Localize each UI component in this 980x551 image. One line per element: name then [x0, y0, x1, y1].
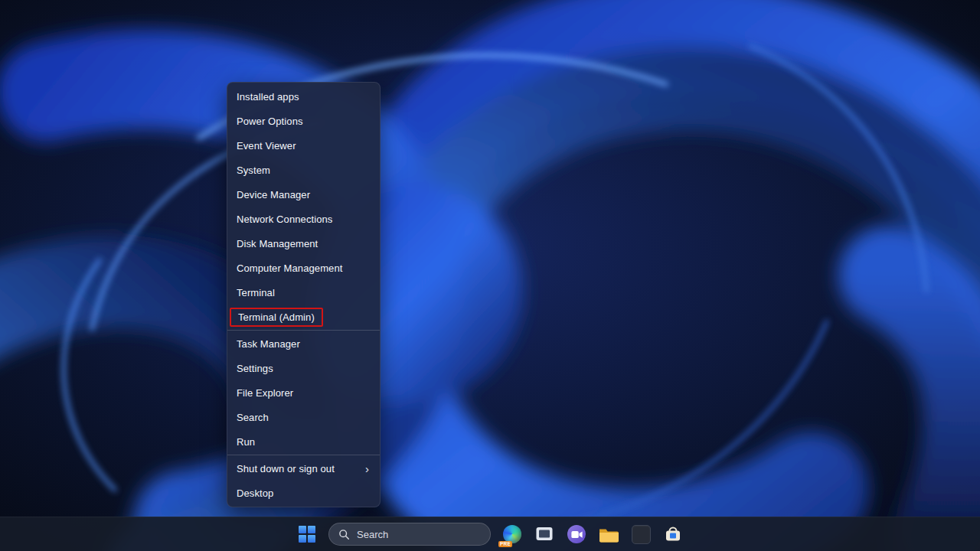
- menu-item-device-manager[interactable]: Device Manager: [227, 182, 380, 207]
- chat-button[interactable]: [566, 523, 587, 545]
- menu-separator: [227, 330, 380, 331]
- menu-item-terminal[interactable]: Terminal: [227, 280, 380, 305]
- menu-item-shut-down-or-sign-out[interactable]: Shut down or sign out ›: [227, 456, 380, 481]
- menu-item-power-options[interactable]: Power Options: [227, 109, 380, 133]
- photos-icon: [535, 526, 554, 543]
- search-icon: [338, 529, 350, 540]
- windows-logo-icon: [299, 526, 315, 543]
- menu-item-settings[interactable]: Settings: [227, 356, 380, 380]
- quick-link-menu: Installed apps Power Options Event Viewe…: [227, 82, 381, 507]
- menu-item-label: Disk Management: [237, 238, 318, 249]
- menu-item-installed-apps[interactable]: Installed apps: [227, 84, 380, 109]
- menu-item-label: Search: [237, 412, 269, 423]
- menu-item-label: File Explorer: [237, 387, 293, 399]
- menu-item-label: Task Manager: [237, 338, 300, 350]
- pinned-app-icon: [632, 525, 651, 544]
- menu-item-label: Power Options: [237, 116, 303, 127]
- camera-glyph: [571, 530, 583, 539]
- menu-item-label: Event Viewer: [237, 140, 296, 152]
- menu-item-label: Device Manager: [237, 189, 310, 201]
- search-placeholder: Search: [357, 529, 388, 540]
- menu-item-event-viewer[interactable]: Event Viewer: [227, 133, 380, 158]
- taskbar: Search PRE: [0, 517, 980, 551]
- menu-item-search[interactable]: Search: [227, 405, 380, 429]
- chat-icon: [567, 525, 586, 543]
- edge-insider-button[interactable]: PRE: [501, 523, 523, 545]
- file-explorer-button[interactable]: [598, 523, 619, 545]
- menu-item-label: Installed apps: [237, 91, 299, 103]
- edge-pre-badge: PRE: [498, 541, 512, 548]
- menu-item-system[interactable]: System: [227, 158, 380, 182]
- wallpaper: [0, 0, 980, 551]
- file-explorer-icon: [599, 527, 619, 543]
- menu-item-terminal-admin[interactable]: Terminal (Admin): [227, 305, 380, 329]
- menu-item-label: Computer Management: [237, 262, 342, 274]
- pinned-app-button[interactable]: [630, 523, 652, 545]
- bloom-wallpaper-art: [0, 0, 980, 551]
- menu-item-task-manager[interactable]: Task Manager: [227, 331, 380, 356]
- menu-item-label: Terminal: [237, 287, 275, 298]
- menu-item-run[interactable]: Run: [227, 429, 380, 454]
- menu-item-file-explorer[interactable]: File Explorer: [227, 380, 380, 405]
- menu-item-label: Settings: [237, 363, 273, 374]
- menu-item-label: Shut down or sign out: [237, 463, 335, 474]
- menu-item-label: Desktop: [237, 487, 273, 499]
- start-button[interactable]: [296, 523, 318, 545]
- photos-button[interactable]: [534, 523, 555, 545]
- taskbar-search[interactable]: Search: [328, 523, 491, 546]
- chevron-right-icon: ›: [365, 463, 369, 474]
- menu-separator: [227, 455, 380, 455]
- store-icon: [665, 526, 681, 543]
- annotation-red-box: Terminal (Admin): [230, 308, 323, 327]
- menu-item-desktop[interactable]: Desktop: [227, 481, 380, 505]
- menu-item-computer-management[interactable]: Computer Management: [227, 256, 380, 280]
- desktop: Installed apps Power Options Event Viewe…: [0, 0, 980, 551]
- menu-item-disk-management[interactable]: Disk Management: [227, 231, 380, 256]
- menu-item-label: Run: [237, 436, 255, 448]
- menu-item-label: Terminal (Admin): [238, 311, 315, 323]
- menu-item-label: System: [237, 165, 270, 176]
- menu-item-label: Network Connections: [237, 214, 332, 225]
- menu-item-network-connections[interactable]: Network Connections: [227, 207, 380, 231]
- store-button[interactable]: [662, 523, 684, 545]
